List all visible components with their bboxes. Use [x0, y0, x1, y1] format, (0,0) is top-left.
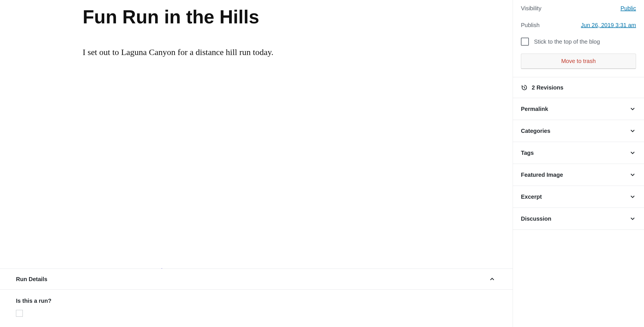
settings-sidebar: Visibility Public Publish Jun 26, 2019 3… [513, 0, 644, 327]
panel-label: Permalink [521, 106, 548, 112]
metabox-question-label: Is this a run? [16, 298, 497, 304]
sticky-label: Stick to the top of the blog [534, 38, 600, 45]
chevron-up-icon [489, 276, 496, 283]
panel-label: Categories [521, 128, 550, 134]
visibility-row[interactable]: Visibility Public [513, 0, 644, 17]
is-run-checkbox[interactable] [16, 310, 23, 317]
metabox-header[interactable]: Run Details [0, 269, 513, 290]
revisions-row[interactable]: 2 Revisions [513, 77, 644, 98]
chevron-down-icon [629, 105, 636, 112]
editor-main: Fun Run in the Hills I set out to Laguna… [0, 0, 513, 327]
editor-content-area[interactable]: Fun Run in the Hills I set out to Laguna… [0, 0, 513, 59]
revisions-label: 2 Revisions [532, 84, 563, 91]
panel-discussion[interactable]: Discussion [513, 208, 644, 229]
publish-label: Publish [521, 22, 540, 29]
visibility-label: Visibility [521, 5, 541, 12]
panel-categories[interactable]: Categories [513, 120, 644, 142]
chevron-down-icon [629, 193, 636, 200]
sticky-row[interactable]: Stick to the top of the blog [513, 34, 644, 54]
metabox-run-details: Run Details Is this a run? [0, 269, 513, 327]
visibility-value-link[interactable]: Public [621, 5, 636, 12]
panel-label: Featured Image [521, 172, 563, 178]
panel-label: Excerpt [521, 194, 542, 200]
chevron-down-icon [629, 127, 636, 134]
publish-value-link[interactable]: Jun 26, 2019 3:31 am [581, 22, 636, 29]
panel-featured-image[interactable]: Featured Image [513, 164, 644, 186]
sticky-checkbox[interactable] [521, 38, 529, 46]
publish-row[interactable]: Publish Jun 26, 2019 3:31 am [513, 17, 644, 34]
chevron-down-icon [629, 149, 636, 156]
move-to-trash-button[interactable]: Move to trash [521, 54, 636, 69]
chevron-down-icon [629, 171, 636, 178]
metabox-body: Is this a run? [0, 290, 513, 327]
panel-tags[interactable]: Tags [513, 142, 644, 164]
panel-label: Discussion [521, 216, 551, 222]
chevron-down-icon [629, 215, 636, 222]
panel-permalink[interactable]: Permalink [513, 98, 644, 120]
post-title[interactable]: Fun Run in the Hills [83, 6, 478, 28]
post-body-paragraph[interactable]: I set out to Laguna Canyon for a distanc… [83, 45, 478, 59]
metabox-title: Run Details [16, 276, 47, 283]
panel-label: Tags [521, 150, 534, 156]
history-icon [521, 84, 528, 91]
panel-excerpt[interactable]: Excerpt [513, 186, 644, 208]
